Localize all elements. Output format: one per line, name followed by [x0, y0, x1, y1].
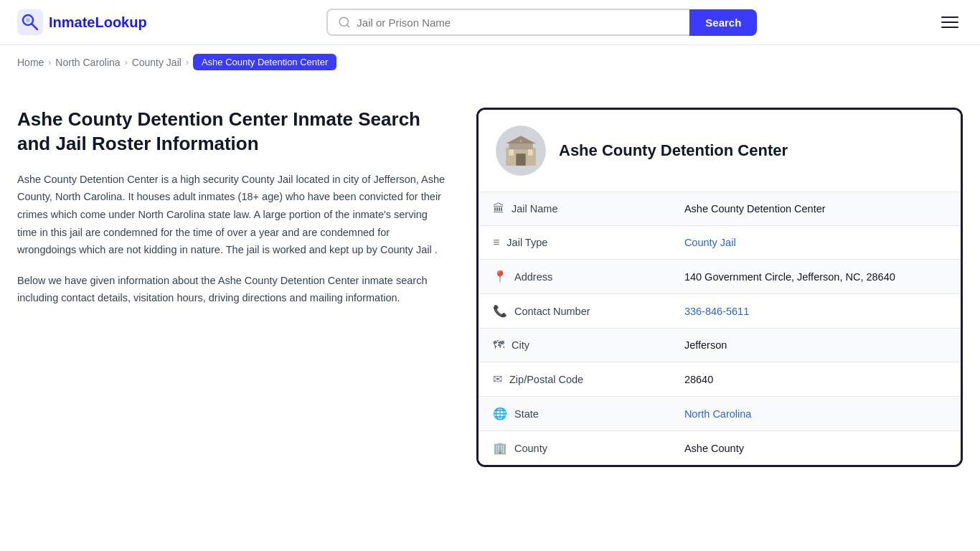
facility-image: [496, 126, 546, 176]
label-cell-4: 🗺City: [493, 339, 622, 352]
value-link-6[interactable]: North Carolina: [684, 408, 752, 420]
hamburger-line-1: [941, 17, 958, 18]
svg-rect-10: [509, 149, 514, 155]
chevron-icon-3: ›: [186, 57, 189, 67]
label-cell-0: 🏛Jail Name: [493, 202, 622, 215]
chevron-icon-1: ›: [48, 57, 51, 67]
description-2: Below we have given information about th…: [17, 272, 448, 307]
info-card-header: Ashe County Detention Center: [479, 110, 961, 192]
value-cell-7: Ashe County: [670, 431, 961, 466]
value-cell-4: Jefferson: [670, 329, 961, 362]
value-link-3[interactable]: 336-846-5611: [684, 306, 749, 317]
value-cell-0: Ashe County Detention Center: [670, 192, 961, 226]
svg-line-5: [347, 24, 349, 27]
table-row: ≡Jail TypeCounty Jail: [479, 226, 961, 260]
value-cell-1: County Jail: [670, 226, 961, 260]
svg-rect-0: [17, 9, 43, 35]
hamburger-line-3: [941, 27, 958, 28]
breadcrumb-category[interactable]: County Jail: [132, 57, 182, 68]
row-icon-2: 📍: [493, 270, 507, 283]
logo-icon: [17, 9, 43, 35]
logo-text: InmateLookup: [49, 14, 147, 31]
search-icon: [338, 16, 351, 29]
value-cell-3: 336-846-5611: [670, 294, 961, 329]
row-icon-6: 🌐: [493, 407, 507, 420]
value-cell-6: North Carolina: [670, 397, 961, 431]
label-cell-1: ≡Jail Type: [493, 236, 622, 249]
row-icon-1: ≡: [493, 236, 499, 249]
search-input-wrapper: [326, 9, 689, 36]
breadcrumb-state[interactable]: North Carolina: [55, 57, 120, 68]
label-cell-7: 🏢County: [493, 441, 622, 455]
label-cell-6: 🌐State: [493, 407, 622, 420]
breadcrumb: Home › North Carolina › County Jail › As…: [0, 45, 980, 79]
hamburger-menu[interactable]: [937, 12, 963, 32]
row-icon-0: 🏛: [493, 202, 504, 215]
table-row: 📍Address140 Government Circle, Jefferson…: [479, 260, 961, 294]
logo[interactable]: InmateLookup: [17, 9, 147, 35]
svg-rect-7: [509, 143, 532, 149]
search-input[interactable]: [357, 17, 679, 29]
row-icon-5: ✉: [493, 372, 502, 386]
value-cell-5: 28640: [670, 362, 961, 397]
chevron-icon-2: ›: [125, 57, 128, 67]
table-row: 🗺CityJefferson: [479, 329, 961, 362]
svg-marker-8: [506, 136, 536, 143]
svg-rect-11: [528, 149, 533, 155]
table-row: 🏛Jail NameAshe County Detention Center: [479, 192, 961, 226]
label-text-6: State: [514, 408, 539, 420]
table-row: 📞Contact Number336-846-5611: [479, 294, 961, 329]
info-card: Ashe County Detention Center 🏛Jail NameA…: [476, 108, 963, 467]
hamburger-line-2: [941, 22, 958, 23]
left-column: Ashe County Detention Center Inmate Sear…: [17, 108, 476, 467]
label-text-4: City: [512, 339, 529, 351]
label-cell-5: ✉Zip/Postal Code: [493, 372, 622, 386]
breadcrumb-current: Ashe County Detention Center: [193, 54, 336, 70]
description-1: Ashe County Detention Center is a high s…: [17, 171, 448, 259]
table-row: ✉Zip/Postal Code28640: [479, 362, 961, 397]
info-table: 🏛Jail NameAshe County Detention Center≡J…: [479, 192, 961, 465]
row-icon-4: 🗺: [493, 339, 504, 352]
main-content: Ashe County Detention Center Inmate Sear…: [0, 79, 980, 496]
right-column: Ashe County Detention Center 🏛Jail NameA…: [476, 108, 963, 467]
value-cell-2: 140 Government Circle, Jefferson, NC, 28…: [670, 260, 961, 294]
value-link-1[interactable]: County Jail: [684, 237, 736, 248]
svg-rect-9: [516, 154, 525, 166]
facility-building-icon: [503, 133, 539, 169]
table-row: 🌐StateNorth Carolina: [479, 397, 961, 431]
row-icon-7: 🏢: [493, 441, 507, 455]
search-button[interactable]: Search: [689, 9, 757, 36]
label-text-2: Address: [514, 271, 552, 283]
svg-point-3: [26, 18, 30, 22]
label-cell-2: 📍Address: [493, 270, 622, 283]
label-text-0: Jail Name: [512, 203, 557, 215]
label-text-7: County: [514, 443, 547, 454]
label-text-3: Contact Number: [514, 306, 590, 317]
label-cell-3: 📞Contact Number: [493, 304, 622, 318]
table-row: 🏢CountyAshe County: [479, 431, 961, 466]
label-text-1: Jail Type: [507, 237, 547, 248]
page-title: Ashe County Detention Center Inmate Sear…: [17, 108, 448, 156]
search-bar: Search: [326, 9, 757, 36]
row-icon-3: 📞: [493, 304, 507, 318]
breadcrumb-home[interactable]: Home: [17, 57, 44, 68]
svg-point-12: [519, 140, 522, 142]
label-text-5: Zip/Postal Code: [509, 374, 583, 385]
facility-name: Ashe County Detention Center: [559, 141, 788, 160]
header: InmateLookup Search: [0, 0, 980, 45]
